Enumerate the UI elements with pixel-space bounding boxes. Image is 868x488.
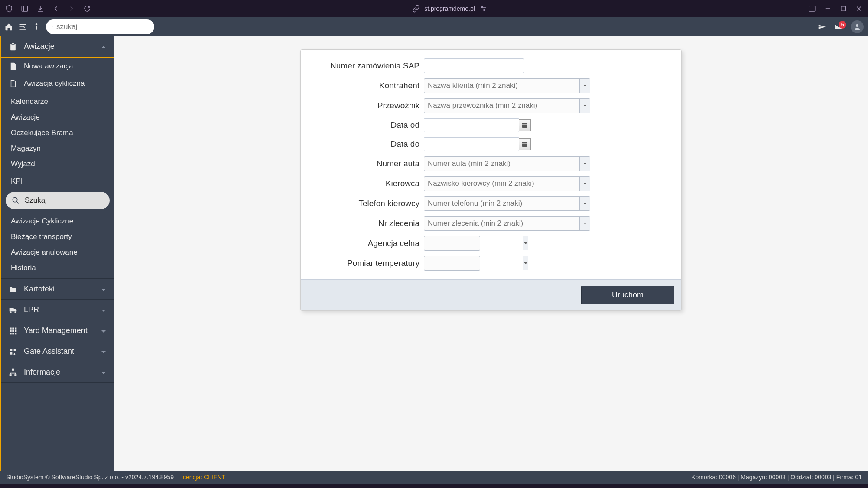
dropdown-toggle[interactable]: [579, 157, 590, 171]
label-sap: Numer zamówienia SAP: [311, 61, 424, 71]
input-kontrahent[interactable]: [424, 81, 579, 90]
sidebar-item-kpi[interactable]: KPI: [1, 174, 114, 189]
combo-nr-zlecenia[interactable]: [424, 216, 590, 231]
svg-point-14: [856, 24, 858, 27]
maximize-icon[interactable]: [839, 5, 847, 13]
svg-rect-18: [10, 330, 12, 332]
label-numer-auta: Numer auta: [311, 159, 424, 168]
sidebar-item-anulowane[interactable]: Awizacje anulowane: [1, 245, 114, 260]
chevron-down-icon: [101, 369, 107, 375]
run-button[interactable]: Uruchom: [581, 286, 674, 304]
input-data-od[interactable]: [424, 118, 519, 132]
sidebar-section-awizacje[interactable]: Awizacje: [1, 36, 114, 58]
sidebar-section-label: Yard Management: [24, 326, 95, 335]
url-text[interactable]: st.programdemo.pl: [424, 5, 475, 12]
status-license: Licencja: CLIENT: [178, 474, 225, 481]
calendar-button[interactable]: [519, 138, 531, 150]
sidebar-section-yard[interactable]: Yard Management: [1, 320, 114, 341]
input-nr-zlecenia[interactable]: [424, 219, 579, 228]
back-icon[interactable]: [52, 5, 60, 13]
sidebar-section-kartoteki[interactable]: Kartoteki: [1, 279, 114, 300]
input-pomiar[interactable]: [424, 259, 523, 268]
sidebar-item-oczekujace[interactable]: Oczekujące Brama: [1, 125, 114, 141]
svg-rect-31: [522, 142, 527, 147]
settings-icon[interactable]: [479, 5, 487, 13]
dropdown-toggle[interactable]: [579, 99, 590, 113]
svg-rect-21: [10, 333, 12, 334]
minimize-icon[interactable]: [824, 5, 832, 13]
chevron-down-icon: [101, 328, 107, 334]
info-icon[interactable]: [32, 23, 41, 31]
header-search[interactable]: [46, 19, 154, 34]
search-form: Numer zamówienia SAP Kontrahent Przewoźn…: [300, 49, 682, 311]
folder-icon: [8, 285, 18, 294]
input-sap[interactable]: [424, 58, 524, 73]
svg-rect-19: [12, 330, 14, 332]
input-data-do[interactable]: [424, 137, 519, 151]
plane-icon[interactable]: [818, 23, 826, 31]
input-telefon[interactable]: [424, 199, 579, 208]
label-nr-zlecenia: Nr zlecenia: [311, 219, 424, 228]
sidebar-item-awizacje[interactable]: Awizacje: [1, 110, 114, 125]
download-icon[interactable]: [36, 5, 44, 13]
input-kierowca[interactable]: [424, 179, 579, 188]
sidebar-item-wyjazd[interactable]: Wyjazd: [1, 156, 114, 172]
svg-rect-24: [12, 368, 14, 370]
combo-telefon[interactable]: [424, 196, 590, 211]
dropdown-toggle[interactable]: [579, 217, 590, 230]
dropdown-toggle[interactable]: [579, 79, 590, 93]
svg-rect-26: [14, 374, 16, 376]
combo-kontrahent[interactable]: [424, 78, 590, 93]
avatar[interactable]: [851, 20, 864, 33]
dropdown-toggle[interactable]: [579, 197, 590, 210]
home-icon[interactable]: [4, 23, 13, 31]
label-przewoznik: Przewoźnik: [311, 101, 424, 110]
forward-icon[interactable]: [68, 5, 75, 13]
file-icon: [8, 62, 18, 70]
content-area: Numer zamówienia SAP Kontrahent Przewoźn…: [114, 36, 868, 471]
combo-przewoznik[interactable]: [424, 98, 590, 113]
mail-icon[interactable]: 5: [834, 23, 843, 31]
dropdown-toggle[interactable]: [523, 236, 528, 250]
search-input[interactable]: [56, 23, 148, 31]
sidebar-item-nowa-awizacja[interactable]: Nowa awizacja: [1, 58, 114, 75]
close-icon[interactable]: [855, 5, 863, 13]
panel-icon[interactable]: [808, 5, 816, 13]
sidebar: Awizacje Nowa awizacja Awizacja cykliczn…: [0, 36, 114, 471]
user-icon: [853, 23, 861, 31]
combo-numer-auta[interactable]: [424, 156, 590, 171]
sidebar-section-lpr[interactable]: LPR: [1, 300, 114, 320]
svg-rect-6: [809, 6, 815, 11]
dropdown-toggle[interactable]: [579, 177, 590, 191]
label-telefon: Telefon kierowcy: [311, 199, 424, 208]
sidebar-section-label: Kartoteki: [24, 284, 95, 294]
calendar-button[interactable]: [519, 119, 531, 131]
input-przewoznik[interactable]: [424, 101, 579, 110]
sidebar-section-gate[interactable]: Gate Assistant: [1, 341, 114, 362]
reload-icon[interactable]: [83, 5, 91, 13]
sidebar-item-awizacje-cykliczne[interactable]: Awizacje Cykliczne: [1, 213, 114, 229]
sidebar-item-awizacja-cykliczna[interactable]: Awizacja cykliczna: [1, 75, 114, 92]
dropdown-toggle[interactable]: [523, 256, 528, 270]
shield-icon[interactable]: [5, 5, 13, 13]
svg-rect-25: [10, 374, 12, 376]
combo-kierowca[interactable]: [424, 176, 590, 191]
chevron-down-icon: [101, 307, 107, 313]
sidebar-item-magazyn[interactable]: Magazyn: [1, 141, 114, 156]
chevron-up-icon: [101, 44, 107, 50]
input-agencja[interactable]: [424, 239, 523, 248]
label-kontrahent: Kontrahent: [311, 81, 424, 90]
sidebar-item-kalendarze[interactable]: Kalendarze: [1, 94, 114, 110]
combo-pomiar[interactable]: [424, 256, 480, 271]
sidebar-toggle-icon[interactable]: [21, 5, 29, 13]
search-icon: [52, 23, 53, 31]
sidebar-item-szukaj[interactable]: Szukaj: [6, 192, 110, 209]
link-icon: [412, 5, 420, 13]
sitemap-icon: [8, 368, 18, 377]
sidebar-item-biezace[interactable]: Bieżące transporty: [1, 229, 114, 245]
sidebar-item-historia[interactable]: Historia: [1, 260, 114, 276]
collapse-icon[interactable]: [18, 23, 27, 31]
input-numer-auta[interactable]: [424, 159, 579, 168]
combo-agencja[interactable]: [424, 236, 480, 251]
sidebar-section-info[interactable]: Informacje: [1, 362, 114, 383]
